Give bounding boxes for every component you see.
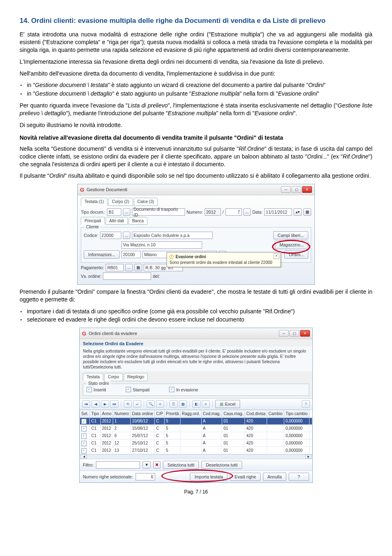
search-icon[interactable]: 🔍: [147, 400, 155, 408]
app-icon: G: [82, 330, 86, 337]
tab-testata[interactable]: Testata: [83, 373, 103, 381]
maximize-button[interactable]: ▢: [292, 186, 301, 193]
info-icon: ⓘ: [169, 254, 174, 260]
window-title: Ordini clienti da evadere: [89, 330, 279, 337]
tooltip-close-icon[interactable]: ×: [274, 253, 279, 259]
bullet-list-1: in "Gestione documenti \ testata" è stat…: [20, 81, 372, 98]
cliente-legend: Cliente: [85, 224, 100, 230]
tool-icon[interactable]: ☰: [169, 400, 178, 408]
bullet-2: in "Gestione documenti \ dettaglio" è st…: [27, 90, 372, 98]
minimize-button[interactable]: ─: [281, 186, 291, 193]
bullet-list-2: importare i dati di testata di uno speci…: [20, 308, 372, 324]
excel-icon: ⊞: [220, 401, 223, 407]
nrighe-value: 6: [136, 473, 155, 480]
tab-testata[interactable]: Testata (1): [81, 198, 107, 206]
titlebar[interactable]: G Gestione Documenti ─ ▢ ✕: [78, 184, 314, 195]
tool-icon[interactable]: ⟲: [124, 400, 132, 408]
subtitle: Selezione Ordini da Evadere: [80, 339, 312, 347]
seleziona-tutti-button[interactable]: Seleziona tutti: [163, 461, 199, 469]
ordini-button[interactable]: Ordini...: [284, 250, 308, 259]
window-ordini-evadere: G Ordini clienti da evadere ─ ▢ ✕ Selezi…: [79, 328, 313, 483]
stato-ordini-legend: Stato ordini: [87, 381, 111, 386]
nav-first-icon[interactable]: ⏮: [82, 400, 90, 408]
window-title: Gestione Documenti: [87, 187, 281, 193]
para-novita: Di seguito illustriamo le novità introdo…: [20, 121, 372, 129]
importa-testata-button[interactable]: Importa testata: [190, 473, 227, 481]
filtro-field[interactable]: [96, 461, 140, 469]
data-field[interactable]: 11/11/2012: [264, 208, 292, 216]
balloon-tooltip: × ⓘEvasione ordini Sono presenti ordini …: [167, 252, 281, 267]
informazioni-button[interactable]: Informazioni...: [84, 250, 120, 259]
para-lista: Per quanto riguarda invece l'evasione da…: [20, 102, 372, 117]
date-stepper[interactable]: ▴▾: [294, 208, 302, 216]
numero-year[interactable]: 2012: [205, 208, 221, 216]
cap-field[interactable]: 20100: [121, 251, 141, 258]
codice-desc: Esposito Carlo Industrie s.p.a: [132, 232, 213, 239]
numero-field[interactable]: 7: [225, 208, 242, 216]
bullet-4: selezionare ed evadere le righe degli or…: [27, 316, 372, 324]
campi-liberi-button[interactable]: Campi liberi...: [273, 231, 308, 239]
tab-calce[interactable]: Calce (3): [134, 198, 158, 206]
lookup-button[interactable]: ...: [125, 264, 133, 271]
subheading-1: Novità relative all'evasione diretta dal…: [20, 134, 372, 142]
tool-icon[interactable]: ▦: [179, 400, 187, 408]
calendar-icon[interactable]: ▦: [303, 208, 311, 216]
nav-next-icon[interactable]: ▶: [101, 400, 109, 408]
para-intro: E' stata introdotta una nuova modalità d…: [20, 31, 372, 54]
help-button[interactable]: ?: [289, 473, 309, 481]
tipodocum-desc: Documento di trasporto (D: [132, 208, 185, 216]
tool-icon[interactable]: ≡: [202, 400, 210, 408]
bullet-1: in "Gestione documenti \ testata" è stat…: [27, 81, 372, 89]
para-split: Nell'ambito dell'evasione diretta da doc…: [20, 70, 372, 78]
subtab-principali[interactable]: Principali: [81, 217, 105, 225]
magazzino-button[interactable]: Magazzino...: [275, 241, 308, 249]
lookup-button[interactable]: ...: [123, 232, 130, 239]
filter-apply-icon[interactable]: ▼: [143, 461, 151, 469]
minimize-button[interactable]: ─: [279, 330, 289, 337]
chk-inseriti[interactable]: ✓: [87, 387, 92, 392]
maximize-button[interactable]: ▢: [290, 330, 299, 337]
tipodocum-label: Tipo docum.:: [81, 209, 105, 215]
tooltip-title: Evasione ordini: [176, 254, 206, 260]
titlebar[interactable]: G Ordini clienti da evadere ─ ▢ ✕: [80, 328, 312, 339]
close-button[interactable]: ✕: [300, 330, 310, 337]
addr-field[interactable]: Via Mazzini, n.10: [121, 241, 202, 249]
find-icon[interactable]: A: [156, 400, 164, 408]
window-gestione-documenti: G Gestione Documenti ─ ▢ ✕ Testata (1) C…: [77, 184, 315, 285]
deseleziona-tutti-button[interactable]: Deseleziona tutti: [201, 461, 242, 469]
tipodocum-field[interactable]: B1: [107, 208, 121, 216]
excel-button[interactable]: ⊞Excel: [215, 400, 240, 408]
subtab-altridati[interactable]: Altri dati: [106, 217, 128, 225]
chk-stampati[interactable]: ✓: [126, 387, 131, 392]
page-number: Pag. 7 / 16: [20, 489, 372, 495]
tab-corpo[interactable]: Corpo (2): [108, 198, 133, 206]
evadi-righe-button[interactable]: Evadi righe: [230, 473, 261, 481]
close-button[interactable]: ✕: [302, 186, 312, 193]
tool-icon[interactable]: ◧: [192, 400, 200, 408]
section-heading: 14. Ordini clienti: evasione multipla de…: [20, 16, 372, 26]
tool-icon[interactable]: ⤾: [133, 400, 141, 408]
tab-riepilogo[interactable]: Riepilogo: [124, 373, 148, 381]
scrollbar[interactable]: ◀▶: [80, 454, 312, 459]
subtab-banca[interactable]: Banca: [129, 217, 147, 225]
codice-field[interactable]: 22000: [100, 232, 121, 239]
pagamento-field[interactable]: RB01: [106, 264, 124, 271]
tab-corpo[interactable]: Corpo: [104, 373, 122, 381]
para-premendo: Premendo il pulsante "Ordini" compare la…: [20, 288, 372, 304]
numero-sep: /: [223, 209, 224, 215]
vsordine-label: Vs. ordine:: [81, 273, 101, 279]
nav-last-icon[interactable]: ⏭: [110, 400, 118, 408]
vsordine-field[interactable]: [103, 272, 151, 280]
annulla-button[interactable]: Annulla: [263, 473, 286, 481]
nrighe-label: Numero righe selezionate:: [83, 474, 133, 480]
toolbar: ⏮ ◀ ▶ ⏭ ⟲ ⤾ 🔍 A ☰ ▦ ◧ ≡ ⊞Excel ?: [80, 398, 312, 410]
lookup-button[interactable]: ...: [123, 208, 130, 216]
chk-evasione[interactable]: ✓: [169, 387, 174, 392]
lookup-button[interactable]: ...: [243, 208, 251, 216]
orders-grid[interactable]: Sel.TipoAnnoNumeroData ordineC/PPriorità…: [80, 410, 312, 454]
help-icon[interactable]: ?: [302, 400, 310, 408]
filter-clear-icon[interactable]: ✖: [153, 461, 160, 469]
calendar-icon[interactable]: ▦: [134, 264, 142, 271]
nav-prev-icon[interactable]: ◀: [91, 400, 100, 408]
pagamento-label: Pagamento:: [81, 265, 104, 270]
